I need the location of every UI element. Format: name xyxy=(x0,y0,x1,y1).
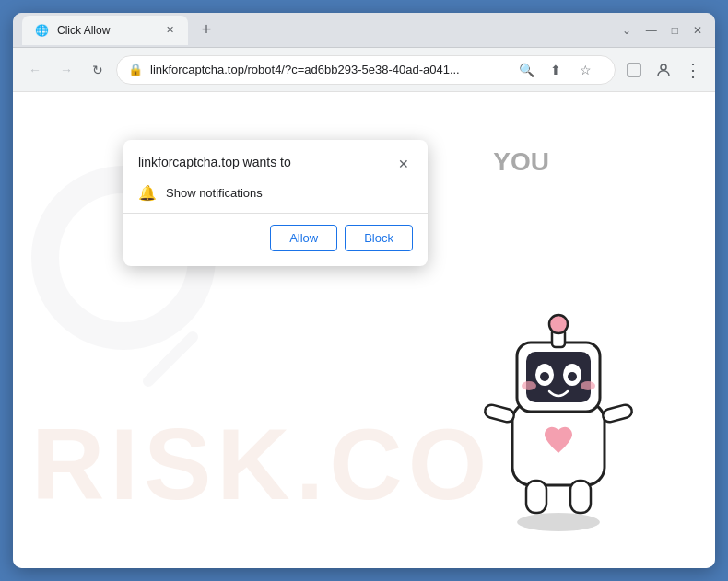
address-bar-icons: 🔍 ⬆ ☆ xyxy=(513,57,604,83)
bookmark-icon[interactable]: ☆ xyxy=(572,57,598,83)
back-button[interactable]: ← xyxy=(22,57,48,83)
svg-point-11 xyxy=(568,372,577,381)
tab-close-button[interactable]: ✕ xyxy=(162,23,177,38)
close-button[interactable]: ✕ xyxy=(693,24,702,37)
svg-point-6 xyxy=(549,315,568,333)
popup-divider xyxy=(123,213,428,214)
menu-icon[interactable]: ⋮ xyxy=(680,57,706,83)
popup-header: linkforcaptcha.top wants to ✕ xyxy=(123,140,428,180)
lock-icon: 🔒 xyxy=(128,63,143,76)
svg-point-13 xyxy=(581,381,595,390)
minimize-button[interactable]: — xyxy=(646,24,657,37)
popup-title: linkforcaptcha.top wants to xyxy=(138,155,291,169)
svg-rect-15 xyxy=(602,403,634,424)
notification-popup: linkforcaptcha.top wants to ✕ 🔔 Show not… xyxy=(123,140,428,266)
svg-rect-16 xyxy=(526,481,546,513)
svg-rect-17 xyxy=(570,481,591,513)
tab-favicon: 🌐 xyxy=(33,22,50,39)
new-tab-button[interactable]: + xyxy=(194,17,219,43)
notification-row: 🔔 Show notifications xyxy=(123,180,428,213)
url-text: linkforcaptcha.top/robot4/?c=ad6bb293-5e… xyxy=(150,63,460,76)
you-text: YOU xyxy=(493,147,549,177)
robot-character xyxy=(457,255,660,513)
page-content: RISK.CO YOU xyxy=(13,92,715,568)
svg-rect-0 xyxy=(628,64,640,76)
search-icon[interactable]: 🔍 xyxy=(513,57,539,83)
bell-icon: 🔔 xyxy=(138,184,157,202)
share-icon[interactable]: ⬆ xyxy=(543,57,569,83)
refresh-button[interactable]: ↻ xyxy=(85,57,111,83)
toolbar-icons: ⋮ xyxy=(621,57,706,83)
popup-close-button[interactable]: ✕ xyxy=(394,155,413,173)
risk-watermark-text: RISK.CO xyxy=(31,405,492,522)
tab-strip: 🌐 Click Allow ✕ + xyxy=(22,16,219,45)
speech-bubble-area: YOU xyxy=(493,147,549,177)
tab-title: Click Allow xyxy=(57,24,155,37)
magnify-handle-bg xyxy=(140,329,200,389)
profile-icon[interactable] xyxy=(651,57,676,83)
notification-label: Show notifications xyxy=(166,186,263,200)
active-tab[interactable]: 🌐 Click Allow ✕ xyxy=(22,16,188,45)
maximize-button[interactable]: □ xyxy=(672,24,678,37)
block-button[interactable]: Block xyxy=(345,225,413,251)
extension-icon[interactable] xyxy=(621,57,647,83)
svg-point-10 xyxy=(540,372,549,381)
address-bar: ← → ↻ 🔒 linkforcaptcha.top/robot4/?c=ad6… xyxy=(13,48,715,92)
svg-point-1 xyxy=(661,64,666,70)
allow-button[interactable]: Allow xyxy=(270,225,337,251)
url-bar[interactable]: 🔒 linkforcaptcha.top/robot4/?c=ad6bb293-… xyxy=(116,55,616,85)
popup-actions: Allow Block xyxy=(123,225,428,266)
forward-button[interactable]: → xyxy=(53,57,79,83)
title-bar: 🌐 Click Allow ✕ + ⌄ — □ ✕ xyxy=(13,13,715,48)
browser-window: 🌐 Click Allow ✕ + ⌄ — □ ✕ ← → ↻ 🔒 linkfo… xyxy=(13,13,715,568)
chevron-down-icon[interactable]: ⌄ xyxy=(622,24,631,37)
window-controls: ⌄ — □ ✕ xyxy=(622,24,706,37)
svg-point-12 xyxy=(522,381,536,390)
svg-rect-14 xyxy=(484,403,516,424)
svg-point-2 xyxy=(517,513,600,531)
